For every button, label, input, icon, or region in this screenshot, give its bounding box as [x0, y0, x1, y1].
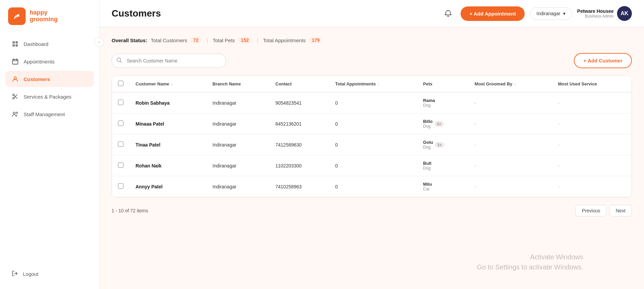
th-total-appointments[interactable]: Total Appointments ↓ — [329, 76, 417, 92]
sidebar-item-dashboard[interactable]: Dashboard — [5, 36, 94, 52]
row-select-4[interactable] — [118, 183, 123, 189]
row-service-0: - — [552, 92, 632, 113]
sidebar-logo: happy grooming — [0, 0, 99, 32]
row-name-2: Tinaa Patel — [129, 134, 206, 155]
row-pets-1: Billo Dog 1+ — [417, 113, 469, 134]
divider-2: | — [257, 37, 258, 43]
add-appointment-label: + Add Appointment — [469, 11, 516, 17]
sidebar-item-appointments[interactable]: Appointments — [5, 53, 94, 70]
status-label: Overall Status: — [112, 37, 147, 43]
search-add-row: + Add Customer — [112, 53, 632, 68]
add-customer-button[interactable]: + Add Customer — [574, 53, 632, 68]
svg-rect-6 — [12, 59, 18, 64]
row-pets-0: Rama Dog — [417, 92, 469, 113]
sort-icon-groomed: ↓ — [514, 82, 516, 86]
divider-1: | — [207, 37, 208, 43]
notification-bell[interactable] — [441, 6, 455, 21]
total-customers-item: Total Customers 72 — [151, 37, 202, 44]
table-row[interactable]: Robin Sabhaya Indiranagar 9054823541 0 R… — [112, 92, 632, 113]
status-bar: Overall Status: Total Customers 72 | Tot… — [112, 37, 632, 44]
row-select-3[interactable] — [118, 162, 123, 168]
row-branch-1: Indiranagar — [206, 113, 269, 134]
row-select-2[interactable] — [118, 141, 123, 147]
row-service-2: - — [552, 134, 632, 155]
svg-point-11 — [16, 112, 18, 113]
scissors-icon — [11, 93, 19, 100]
logo-grooming: grooming — [30, 16, 58, 23]
search-icon — [116, 57, 122, 64]
table-header-row: Customer Name ↓ Branch Name Contact — [112, 76, 632, 92]
dashboard-icon — [11, 40, 19, 48]
next-button[interactable]: Next — [609, 205, 632, 216]
branch-selector[interactable]: Indiranagar ▾ — [530, 7, 572, 20]
th-pets: Pets — [417, 76, 469, 92]
svg-point-10 — [13, 112, 15, 114]
sidebar-item-services[interactable]: Services & Packages — [5, 88, 94, 105]
total-appointments-item: Total Appointments 179 — [263, 37, 323, 44]
table-row[interactable]: Minaaa Patel Indiranagar 8452136201 0 Bi… — [112, 113, 632, 134]
row-appointments-4: 0 — [329, 176, 417, 197]
sort-icon-name: ↓ — [171, 82, 173, 86]
sidebar-item-label-staff: Staff Management — [24, 111, 65, 117]
row-service-3: - — [552, 155, 632, 176]
row-pets-4: Milu Cat — [417, 176, 469, 197]
sidebar-item-label-dashboard: Dashboard — [24, 41, 48, 47]
table-row[interactable]: Annyy Patel Indiranagar 7410258963 0 Mil… — [112, 176, 632, 197]
total-appointments-label: Total Appointments — [263, 37, 306, 43]
total-pets-item: Total Pets 152 — [213, 37, 252, 44]
total-customers-label: Total Customers — [151, 37, 187, 43]
row-groomed-0: - — [469, 92, 552, 113]
row-appointments-2: 0 — [329, 134, 417, 155]
total-pets-count: 152 — [238, 37, 252, 44]
calendar-icon — [11, 58, 19, 65]
row-groomed-1: - — [469, 113, 552, 134]
total-customers-count: 72 — [190, 37, 202, 44]
row-checkbox-1 — [112, 113, 129, 134]
sort-icon-appointments: ↓ — [378, 82, 380, 86]
row-contact-4: 7410258963 — [269, 176, 329, 197]
select-all-checkbox[interactable] — [118, 81, 123, 86]
row-service-4: - — [552, 176, 632, 197]
logout-label: Logout — [23, 271, 38, 277]
row-appointments-3: 0 — [329, 155, 417, 176]
row-pets-3: Bull Dog — [417, 155, 469, 176]
prev-button[interactable]: Previous — [576, 205, 607, 216]
th-groomed-by[interactable]: Most Groomed By ↓ — [469, 76, 552, 92]
svg-rect-2 — [12, 41, 15, 44]
table-row[interactable]: Rohan Naik Indiranagar 1102203300 0 Bull… — [112, 155, 632, 176]
row-select-1[interactable] — [118, 121, 123, 126]
main-content: Customers + Add Appointment Indiranagar … — [99, 0, 644, 289]
row-branch-4: Indiranagar — [206, 176, 269, 197]
logo-icon — [8, 7, 26, 25]
row-select-0[interactable] — [118, 100, 123, 105]
row-groomed-2: - — [469, 134, 552, 155]
sidebar: happy grooming ‹ Dashboard — [0, 0, 99, 289]
th-contact: Contact — [269, 76, 329, 92]
sidebar-item-customers[interactable]: Customers — [5, 71, 94, 87]
logo-text: happy grooming — [30, 9, 58, 23]
chevron-down-icon: ▾ — [563, 11, 565, 16]
user-details: Petware Housee Business Admin — [577, 8, 614, 19]
user-info: Petware Housee Business Admin AK — [577, 6, 632, 21]
sidebar-item-label-services: Services & Packages — [24, 94, 71, 100]
row-branch-3: Indiranagar — [206, 155, 269, 176]
th-customer-name[interactable]: Customer Name ↓ — [129, 76, 206, 92]
row-appointments-0: 0 — [329, 92, 417, 113]
content-area: Overall Status: Total Customers 72 | Tot… — [99, 27, 644, 289]
avatar[interactable]: AK — [617, 6, 632, 21]
total-appointments-count: 179 — [309, 37, 323, 44]
add-customer-label: + Add Customer — [583, 58, 622, 63]
row-name-3: Rohan Naik — [129, 155, 206, 176]
row-groomed-4: - — [469, 176, 552, 197]
logout-item[interactable]: Logout — [0, 266, 99, 282]
sidebar-item-staff[interactable]: Staff Management — [5, 106, 94, 122]
table-row[interactable]: Tinaa Patel Indiranagar 7412589630 0 Gol… — [112, 134, 632, 155]
search-input[interactable] — [112, 54, 226, 68]
sidebar-toggle[interactable]: ‹ — [94, 37, 104, 47]
svg-rect-3 — [16, 41, 18, 44]
logout-icon — [11, 270, 18, 278]
add-appointment-button[interactable]: + Add Appointment — [461, 6, 525, 21]
svg-rect-5 — [16, 44, 18, 47]
logo-happy: happy — [30, 9, 58, 16]
row-appointments-1: 0 — [329, 113, 417, 134]
